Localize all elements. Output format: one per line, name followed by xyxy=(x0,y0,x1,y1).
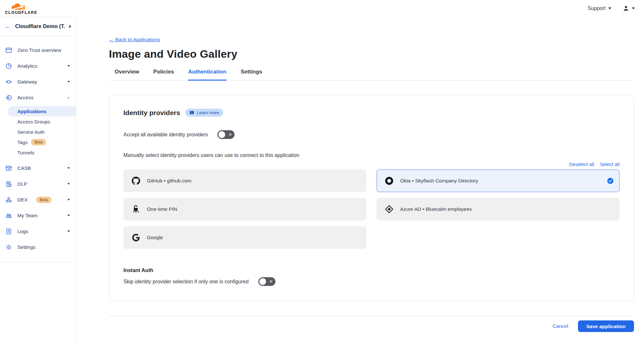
sidebar-item-analytics[interactable]: Analytics xyxy=(0,58,76,74)
cancel-button[interactable]: Cancel xyxy=(553,323,568,329)
user-menu[interactable] xyxy=(622,5,635,12)
chevron-right-icon[interactable] xyxy=(69,25,71,28)
sidebar-item-my-team[interactable]: My Team xyxy=(0,208,76,223)
sidebar-item-applications[interactable]: Applications xyxy=(8,106,76,116)
toggle-off-x-icon: ✕ xyxy=(269,279,273,284)
toggle-off-x-icon: ✕ xyxy=(228,132,232,137)
sidebar-item-label: Tags xyxy=(17,140,28,145)
access-icon xyxy=(5,94,12,101)
sidebar-item-label: DEX xyxy=(17,197,28,203)
accept-all-toggle[interactable]: ✕ xyxy=(217,130,235,139)
sidebar-item-settings[interactable]: Settings xyxy=(0,239,76,255)
sidebar-divider xyxy=(0,262,76,262)
brand-wordmark: CLOUDFLARE xyxy=(5,10,38,15)
sidebar-item-service-auth[interactable]: Service Auth xyxy=(0,127,76,137)
chevron-down-icon xyxy=(67,81,70,83)
tab-bar: Overview Policies Authentication Setting… xyxy=(109,69,634,81)
sidebar-item-label: Service Auth xyxy=(17,129,44,135)
provider-tile-one-time-pin[interactable]: **** One-time PIN xyxy=(123,198,366,220)
sidebar-item-dlp[interactable]: DLP xyxy=(0,176,76,192)
chevron-down-icon xyxy=(67,167,70,169)
page-title: Image and Video Gallery xyxy=(109,48,634,60)
sidebar-item-label: CASB xyxy=(17,165,31,171)
sidebar-item-tags[interactable]: Tags Beta xyxy=(0,137,76,147)
sidebar-item-label: Tunnels xyxy=(17,150,34,155)
tab-policies[interactable]: Policies xyxy=(153,69,174,81)
account-name: Cloudflare Demo (T... xyxy=(15,23,65,29)
sidebar-item-label: My Team xyxy=(17,213,38,219)
deselect-all-link[interactable]: Deselect all xyxy=(569,161,594,167)
select-all-link[interactable]: Select all xyxy=(600,161,620,167)
provider-name: One-time PIN xyxy=(147,206,177,212)
accept-all-label: Accept all available identity providers xyxy=(123,132,208,138)
provider-tile-azure-ad[interactable]: Azure AD • Bluecalm employees xyxy=(377,198,620,220)
sidebar-item-label: Zero Trust overview xyxy=(17,47,61,53)
sidebar-item-tunnels[interactable]: Tunnels xyxy=(0,147,76,158)
manual-select-label: Manually select identity providers users… xyxy=(123,152,620,158)
tab-authentication[interactable]: Authentication xyxy=(188,69,226,81)
support-menu[interactable]: Support xyxy=(588,5,611,11)
github-icon xyxy=(131,176,140,186)
sidebar-item-label: Gateway xyxy=(17,79,37,85)
tab-settings[interactable]: Settings xyxy=(241,69,262,81)
account-switcher[interactable]: ← Cloudflare Demo (T... xyxy=(0,17,76,36)
top-bar: CLOUDFLARE Support xyxy=(0,0,644,17)
instant-auth-toggle[interactable]: ✕ xyxy=(258,277,275,286)
instant-auth-heading: Instant Auth xyxy=(123,268,620,273)
provider-name: Google xyxy=(147,235,163,240)
chevron-down-icon xyxy=(608,7,611,9)
chevron-up-icon xyxy=(67,97,70,98)
casb-box-check-icon xyxy=(5,165,12,172)
main-content: ← Back to Applications Image and Video G… xyxy=(76,17,644,342)
card-title: Identity providers xyxy=(123,109,180,117)
sidebar-nav: Zero Trust overview Analytics Gateway xyxy=(0,36,76,262)
book-icon xyxy=(189,111,194,115)
footer-divider xyxy=(109,316,634,316)
sidebar-item-gateway[interactable]: Gateway xyxy=(0,74,76,90)
chevron-down-icon xyxy=(67,65,70,67)
sidebar-item-label: Access Groups xyxy=(17,119,50,124)
cloudflare-logo[interactable]: CLOUDFLARE xyxy=(5,2,38,15)
document-lines-icon xyxy=(5,228,12,235)
sidebar-item-logs[interactable]: Logs xyxy=(0,223,76,239)
sidebar-item-access-groups[interactable]: Access Groups xyxy=(0,116,76,127)
save-application-button[interactable]: Save application xyxy=(578,320,634,332)
okta-icon xyxy=(385,176,394,186)
sidebar-item-dex[interactable]: DEX Beta xyxy=(0,192,76,208)
sidebar-item-label: DLP xyxy=(17,181,27,187)
provider-tile-google[interactable]: Google xyxy=(123,226,366,249)
back-to-applications-link[interactable]: ← Back to Applications xyxy=(109,37,160,43)
toggle-knob xyxy=(218,131,225,138)
sidebar-item-label: Settings xyxy=(17,244,35,250)
access-submenu: Applications Access Groups Service Auth … xyxy=(0,105,76,160)
provider-name: GitHub • github.com xyxy=(147,178,191,184)
sidebar-item-casb[interactable]: CASB xyxy=(0,160,76,176)
chevron-down-icon xyxy=(67,199,70,200)
sidebar-item-label: Logs xyxy=(17,229,28,234)
provider-name: Azure AD • Bluecalm employees xyxy=(400,206,472,212)
document-lock-icon xyxy=(5,181,12,188)
provider-tile-github[interactable]: GitHub • github.com xyxy=(123,170,366,192)
learn-more-link[interactable]: Learn more xyxy=(185,109,223,117)
sidebar-item-label: Access xyxy=(17,95,34,101)
svg-text:****: **** xyxy=(133,211,139,214)
sidebar-item-access[interactable]: Access xyxy=(0,90,76,105)
identity-providers-card: Identity providers Learn more Accept all… xyxy=(109,95,634,301)
google-icon xyxy=(131,233,140,242)
sidebar-item-zero-trust-overview[interactable]: Zero Trust overview xyxy=(0,42,76,58)
back-arrow-icon[interactable]: ← xyxy=(5,23,11,29)
learn-more-label: Learn more xyxy=(197,110,219,115)
selected-check-icon xyxy=(607,178,613,184)
provider-grid: GitHub • github.com Okta • Skyflash Comp… xyxy=(123,170,620,249)
sidebar-item-label: Analytics xyxy=(17,63,37,69)
gateway-icon xyxy=(5,78,12,85)
people-icon xyxy=(5,212,12,219)
azure-ad-icon xyxy=(385,204,394,214)
tab-overview[interactable]: Overview xyxy=(115,69,139,81)
chevron-down-icon xyxy=(67,215,70,216)
sidebar-item-label: Applications xyxy=(17,109,46,114)
chevron-down-icon xyxy=(632,7,635,9)
instant-auth-label: Skip identity provider selection if only… xyxy=(123,279,249,285)
support-label: Support xyxy=(588,5,606,11)
provider-tile-okta[interactable]: Okta • Skyflash Company Directory xyxy=(377,170,620,192)
